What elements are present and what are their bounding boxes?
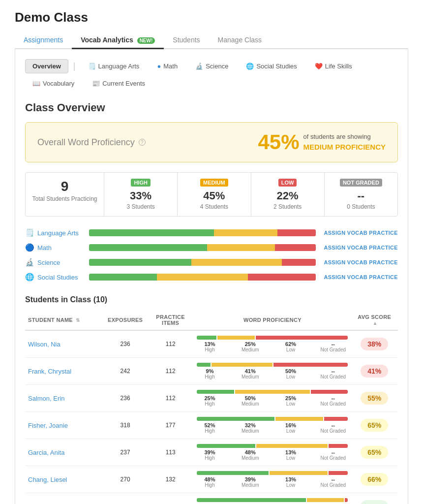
student-exposures: 318 [103, 412, 147, 439]
stat-total: 9 Total Students Practicing [26, 173, 104, 216]
student-practice-items: 113 [147, 439, 194, 466]
student-avg-score: 55% [351, 385, 398, 412]
student-practice-items: 133 [147, 493, 194, 504]
wp-high-label: High [197, 347, 222, 352]
wp-low-group: 16% Low [278, 422, 303, 434]
subject-name[interactable]: 🔵 Math [25, 243, 89, 252]
wp-low-label: Low [278, 428, 303, 434]
subtab-social-studies[interactable]: 🌐 Social Studies [239, 59, 304, 73]
subject-name[interactable]: 🌐 Social Studies [25, 273, 89, 282]
subject-bar [89, 274, 316, 281]
wp-low-pct: 13% [285, 449, 296, 455]
wp-medium-pct: 25% [245, 341, 256, 347]
content-area: Overview | 🗒️ Language Arts ● Math 🔬 Sci… [15, 49, 408, 504]
students-section-title: Students in Class (10) [25, 295, 398, 304]
low-percent: 22% [256, 189, 319, 202]
bar-low [275, 244, 316, 251]
wp-bar-medium [217, 336, 255, 340]
wp-bar-high [197, 363, 210, 367]
student-avg-score: 41% [351, 358, 398, 385]
wp-low-group: 13% Low [278, 476, 303, 488]
subject-icon: 🔬 [25, 258, 34, 267]
student-name[interactable]: Wilson, Nia [25, 330, 103, 358]
student-name[interactable]: Abdul, Joey [25, 493, 103, 504]
wp-high-label: High [197, 401, 222, 407]
proficiency-description: of students are showing MEDIUM PROFICIEN… [303, 132, 386, 152]
wp-medium-group: 50% Medium [238, 395, 263, 407]
sort-icon-score[interactable]: ▲ [373, 320, 378, 326]
wp-medium-label: Medium [238, 374, 263, 379]
info-icon[interactable]: ? [139, 139, 146, 146]
wp-low-label: Low [278, 482, 303, 488]
wp-ng-pct: -- [332, 395, 335, 401]
col-exposures: EXPOSURES [103, 310, 147, 330]
subject-row-science: 🔬 Science ASSIGN VOCAB PRACTICE [25, 258, 398, 267]
current-events-icon: 📰 [92, 80, 100, 87]
assign-vocab-link[interactable]: ASSIGN VOCAB PRACTICE [324, 274, 398, 280]
subtab-science[interactable]: 🔬 Science [188, 59, 236, 73]
subject-bar [89, 229, 316, 236]
subtab-overview[interactable]: Overview [25, 59, 68, 73]
subtab-current-events[interactable]: 📰 Current Events [85, 76, 152, 91]
tab-assignments[interactable]: Assignments [15, 32, 72, 48]
table-row: Wilson, Nia 236 112 13% High 25% Medium [25, 330, 398, 358]
wp-bar-high [197, 336, 216, 340]
subject-icon: 🗒️ [25, 228, 34, 237]
student-word-proficiency: 39% High 48% Medium 13% Low -- Not Grade… [194, 439, 351, 466]
subject-name[interactable]: 🗒️ Language Arts [25, 228, 89, 237]
student-exposures: 237 [103, 439, 147, 466]
subject-bar [89, 244, 316, 251]
medium-label: MEDIUM [200, 179, 228, 187]
subtab-math[interactable]: ● Math [150, 59, 185, 73]
assign-vocab-link[interactable]: ASSIGN VOCAB PRACTICE [324, 259, 398, 265]
wp-high-pct: 9% [206, 368, 214, 374]
language-arts-icon: 🗒️ [88, 63, 96, 70]
wp-ng-label: Not Graded [318, 455, 348, 461]
score-badge: 65% [361, 419, 388, 432]
wp-high-label: High [197, 428, 222, 434]
subject-icon: 🌐 [25, 273, 34, 282]
bar-high [89, 229, 214, 236]
wp-ng-pct: -- [332, 422, 335, 428]
student-exposures: 236 [103, 330, 147, 358]
assign-vocab-link[interactable]: ASSIGN VOCAB PRACTICE [324, 230, 398, 236]
subtab-language-arts[interactable]: 🗒️ Language Arts [81, 59, 147, 73]
wp-medium-group: 48% Medium [238, 449, 263, 461]
wp-ng-group: -- Not Graded [318, 341, 348, 352]
wp-bar-high [197, 417, 274, 421]
section-title: Class Overview [25, 101, 398, 114]
sort-icon-name[interactable]: ⇅ [76, 317, 80, 323]
student-name[interactable]: Garcia, Anita [25, 439, 103, 466]
proficiency-label: Overall Word Proficiency ? [37, 137, 146, 148]
student-name[interactable]: Chang, Liesel [25, 466, 103, 493]
total-students-label: Total Students Practicing [30, 195, 99, 202]
subtab-life-skills[interactable]: ❤️ Life Skills [307, 59, 360, 73]
wp-ng-pct: -- [332, 449, 335, 455]
tab-vocab-analytics[interactable]: Vocab Analytics NEW! [72, 32, 164, 49]
col-practice-items: PRACTICE ITEMS [147, 310, 194, 330]
wp-high-group: 52% High [197, 422, 222, 434]
wp-low-pct: 62% [285, 341, 296, 347]
wp-high-label: High [197, 455, 222, 461]
subtab-vocabulary[interactable]: 📖 Vocabulary [25, 76, 82, 91]
student-name[interactable]: Fisher, Joanie [25, 412, 103, 439]
wp-bar-low [256, 336, 348, 340]
wp-bar-high [197, 390, 234, 394]
sub-tabs: Overview | 🗒️ Language Arts ● Math 🔬 Sci… [25, 59, 398, 91]
wp-bar-medium [235, 390, 309, 394]
wp-bar-low [329, 471, 348, 475]
wp-bar-medium [256, 444, 328, 448]
stat-high: HIGH 33% 3 Students [104, 173, 178, 216]
bar-medium [214, 229, 277, 236]
medium-percent: 45% [182, 189, 245, 202]
score-badge: 65% [361, 446, 388, 459]
student-name[interactable]: Frank, Chrystal [25, 358, 103, 385]
tab-students[interactable]: Students [164, 32, 209, 48]
wp-medium-label: Medium [238, 428, 263, 434]
subject-name[interactable]: 🔬 Science [25, 258, 89, 267]
student-practice-items: 112 [147, 330, 194, 358]
proficiency-banner: Overall Word Proficiency ? 45% of studen… [25, 122, 398, 162]
assign-vocab-link[interactable]: ASSIGN VOCAB PRACTICE [324, 245, 398, 251]
student-name[interactable]: Salmon, Erin [25, 385, 103, 412]
tab-manage-class[interactable]: Manage Class [209, 32, 271, 48]
